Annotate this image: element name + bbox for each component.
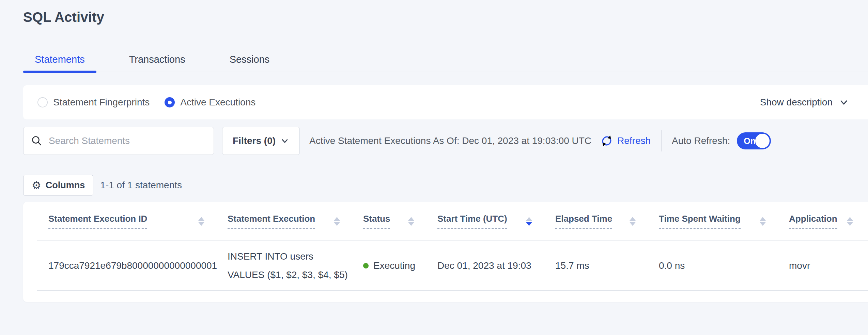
auto-refresh-label: Auto Refresh: — [672, 135, 730, 146]
search-input[interactable] — [49, 135, 206, 146]
search-icon — [31, 135, 43, 147]
toggle-knob — [755, 134, 770, 148]
as-of-timestamp: Active Statement Executions As Of: Dec 0… — [309, 135, 591, 146]
columns-label: Columns — [46, 180, 85, 191]
sort-icon[interactable] — [630, 217, 636, 226]
sort-icon[interactable] — [334, 217, 340, 226]
radio-unselected-icon[interactable] — [37, 97, 48, 107]
status-label: Executing — [373, 260, 415, 271]
show-description-label: Show description — [760, 97, 833, 108]
columns-button[interactable]: ⚙ Columns — [23, 175, 93, 196]
column-header-start-time[interactable]: Start Time (UTC) — [437, 214, 555, 229]
tab-statements[interactable]: Statements — [23, 47, 96, 72]
refresh-icon — [600, 134, 613, 147]
sort-icon[interactable] — [408, 217, 414, 226]
auto-refresh-toggle[interactable]: On — [737, 132, 771, 149]
column-header-elapsed-time[interactable]: Elapsed Time — [555, 214, 659, 229]
column-header-application[interactable]: Application — [789, 214, 868, 229]
table-row[interactable]: 179cca7921e679b80000000000000001 INSERT … — [23, 241, 868, 291]
tab-bar: Statements Transactions Sessions — [23, 47, 868, 72]
table-toolbar: ⚙ Columns 1-1 of 1 statements — [23, 175, 182, 196]
cell-start-time: Dec 01, 2023 at 19:03 — [437, 260, 555, 271]
cell-time-spent-waiting: 0.0 ns — [659, 260, 789, 271]
chevron-down-icon — [839, 97, 849, 107]
sort-icon-active-desc[interactable] — [526, 217, 532, 226]
filters-button[interactable]: Filters (0) — [222, 127, 300, 155]
refresh-button[interactable]: Refresh — [600, 134, 651, 147]
executing-status-icon — [363, 263, 369, 268]
radio-label: Statement Fingerprints — [53, 97, 150, 108]
column-header-time-spent-waiting[interactable]: Time Spent Waiting — [659, 214, 789, 229]
controls-row: Filters (0) Active Statement Executions … — [23, 127, 868, 155]
sort-icon[interactable] — [847, 217, 853, 226]
result-count: 1-1 of 1 statements — [100, 180, 182, 191]
cell-elapsed-time: 15.7 ms — [555, 260, 659, 271]
toggle-state-label: On — [744, 136, 756, 146]
cell-application: movr — [789, 260, 868, 271]
column-header-status[interactable]: Status — [363, 214, 437, 229]
chevron-down-icon — [280, 136, 289, 145]
table-header-row: Statement Execution ID Statement Executi… — [23, 202, 868, 241]
tab-sessions[interactable]: Sessions — [218, 47, 281, 72]
divider — [661, 130, 662, 151]
radio-active-executions[interactable]: Active Executions — [165, 97, 255, 108]
cell-statement[interactable]: INSERT INTO users VALUES ($1, $2, $3, $4… — [228, 247, 359, 283]
search-box[interactable] — [23, 127, 214, 155]
cell-execution-id: 179cca7921e679b80000000000000001 — [48, 260, 228, 271]
sql-activity-page: SQL Activity Statements Transactions Ses… — [0, 0, 868, 335]
radio-label: Active Executions — [180, 97, 255, 108]
radio-statement-fingerprints[interactable]: Statement Fingerprints — [37, 97, 150, 108]
refresh-label: Refresh — [617, 135, 651, 146]
tab-transactions[interactable]: Transactions — [118, 47, 197, 72]
sort-icon[interactable] — [198, 217, 204, 226]
cell-status: Executing — [363, 260, 437, 271]
show-description-toggle[interactable]: Show description — [760, 97, 849, 108]
page-title: SQL Activity — [23, 10, 104, 25]
filters-label: Filters (0) — [233, 135, 276, 146]
column-header-statement-execution[interactable]: Statement Execution — [228, 214, 363, 229]
view-selector-card: Statement Fingerprints Active Executions… — [23, 85, 868, 119]
statements-table: Statement Execution ID Statement Executi… — [23, 202, 868, 302]
column-header-statement-execution-id[interactable]: Statement Execution ID — [48, 214, 228, 229]
gear-icon: ⚙ — [32, 180, 41, 191]
sort-icon[interactable] — [760, 217, 766, 226]
radio-selected-icon[interactable] — [165, 97, 175, 107]
